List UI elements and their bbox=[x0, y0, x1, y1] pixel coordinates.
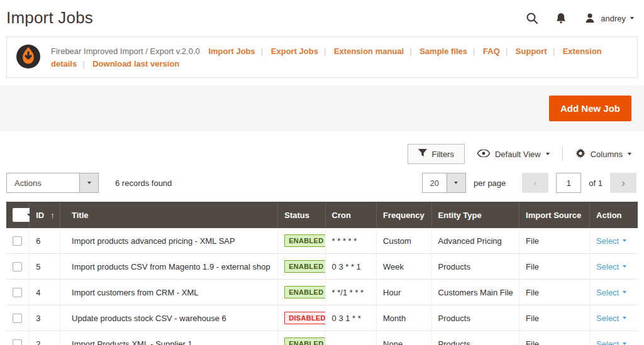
cell-frequency: Custom bbox=[377, 228, 432, 254]
cell-title: Import Products XML - Supplier 1 bbox=[60, 331, 278, 345]
row-checkbox[interactable] bbox=[13, 339, 22, 345]
cell-cron: * * * * * bbox=[325, 228, 376, 254]
view-selector[interactable]: Default View bbox=[477, 150, 550, 159]
chevron-down-icon bbox=[623, 342, 626, 345]
extension-link[interactable]: FAQ bbox=[483, 47, 500, 56]
cell-id: 6 bbox=[30, 228, 60, 254]
chevron-down-icon bbox=[623, 265, 626, 268]
cell-title: Update products stock CSV - warehouse 6 bbox=[60, 305, 278, 331]
columns-selector[interactable]: Columns bbox=[575, 148, 631, 160]
extension-link[interactable]: Support bbox=[516, 47, 547, 56]
link-separator-icon: | bbox=[324, 47, 326, 56]
extension-link[interactable]: Export Jobs bbox=[271, 47, 318, 56]
sort-ascending-icon: ↑ bbox=[50, 211, 55, 220]
column-header-entity-type[interactable]: Entity Type bbox=[431, 202, 519, 228]
page-total-label: of 1 bbox=[589, 178, 602, 188]
filters-label: Filters bbox=[432, 150, 454, 159]
cell-frequency: None bbox=[377, 331, 432, 345]
column-header-status[interactable]: Status bbox=[278, 202, 325, 228]
grid-body: 6 Import products advanced pricing - XML… bbox=[6, 228, 638, 345]
cell-id: 2 bbox=[30, 331, 60, 345]
extension-links: Firebear Improved Import / Export v.2.0.… bbox=[51, 44, 628, 70]
import-jobs-grid: ID↑ Title Status Cron Frequency Entity T… bbox=[6, 202, 638, 345]
column-header-id[interactable]: ID↑ bbox=[30, 202, 60, 228]
column-header-title[interactable]: Title bbox=[60, 202, 278, 228]
cell-cron: 0 3 * * 1 bbox=[325, 254, 376, 280]
row-checkbox[interactable] bbox=[13, 288, 22, 297]
cell-frequency: Week bbox=[377, 254, 432, 280]
cell-id: 4 bbox=[30, 280, 60, 305]
page-number-input[interactable] bbox=[556, 173, 581, 193]
cell-id: 5 bbox=[30, 254, 60, 280]
toolbar-divider bbox=[562, 147, 563, 161]
row-select-action[interactable]: Select bbox=[596, 314, 626, 323]
per-page-label: per page bbox=[474, 178, 506, 188]
cell-cron: * */1 * * * bbox=[325, 280, 376, 305]
cell-frequency: Hour bbox=[377, 280, 432, 305]
cell-import-source: File bbox=[519, 280, 590, 305]
add-new-job-button[interactable]: Add New Job bbox=[549, 96, 631, 121]
chevron-down-icon bbox=[546, 153, 550, 155]
extension-info-bar: Firebear Improved Import / Export v.2.0.… bbox=[6, 36, 638, 78]
page-header: Import Jobs andrey bbox=[0, 0, 644, 35]
search-icon[interactable] bbox=[526, 12, 538, 25]
cell-entity-type: Advanced Pricing bbox=[431, 228, 519, 254]
link-separator-icon: | bbox=[82, 59, 84, 68]
table-row: 5 Import products CSV from Magento 1.9 -… bbox=[6, 254, 638, 280]
status-badge: ENABLED bbox=[284, 286, 325, 298]
row-select-action[interactable]: Select bbox=[596, 236, 626, 246]
cell-cron bbox=[325, 331, 376, 345]
row-checkbox[interactable] bbox=[13, 314, 22, 323]
row-select-action[interactable]: Select bbox=[596, 339, 626, 345]
notifications-bell-icon[interactable] bbox=[555, 12, 567, 25]
row-checkbox[interactable] bbox=[13, 262, 22, 271]
chevron-right-icon: › bbox=[621, 177, 625, 190]
column-header-frequency[interactable]: Frequency bbox=[377, 202, 432, 228]
page-title: Import Jobs bbox=[6, 8, 93, 28]
extension-link[interactable]: Sample files bbox=[419, 47, 467, 56]
records-found-text: 6 records found bbox=[115, 178, 172, 188]
row-checkbox[interactable] bbox=[13, 236, 22, 246]
next-page-button[interactable]: › bbox=[610, 173, 636, 193]
table-row: 2 Import Products XML - Supplier 1 ENABL… bbox=[6, 331, 638, 345]
extension-version-label: Firebear Improved Import / Export v.2.0.… bbox=[51, 47, 200, 56]
chevron-left-icon: ‹ bbox=[533, 177, 537, 190]
status-badge: ENABLED bbox=[284, 337, 325, 345]
cell-entity-type: Products bbox=[431, 254, 519, 280]
extension-link[interactable]: Import Jobs bbox=[208, 47, 255, 56]
link-separator-icon: | bbox=[506, 47, 508, 56]
chevron-down-icon bbox=[447, 173, 465, 192]
eye-icon bbox=[477, 150, 490, 159]
extension-link[interactable]: Extension manual bbox=[334, 47, 404, 56]
user-avatar-icon bbox=[584, 12, 596, 25]
table-row: 4 Import customers from CRM - XML ENABLE… bbox=[6, 280, 638, 305]
status-badge: ENABLED bbox=[284, 260, 325, 273]
table-row: 6 Import products advanced pricing - XML… bbox=[6, 228, 638, 254]
cell-frequency: Month bbox=[377, 305, 432, 331]
grid-controls-row: Actions 6 records found 20 per page ‹ of… bbox=[0, 164, 644, 200]
previous-page-button[interactable]: ‹ bbox=[522, 173, 548, 193]
actions-dropdown[interactable]: Actions bbox=[6, 173, 99, 193]
cell-cron: 0 3 1 * * bbox=[325, 305, 376, 331]
row-select-action[interactable]: Select bbox=[596, 288, 626, 297]
columns-label: Columns bbox=[591, 150, 623, 159]
status-badge: DISABLED bbox=[284, 312, 325, 324]
link-separator-icon: | bbox=[553, 47, 555, 56]
column-header-cron[interactable]: Cron bbox=[325, 202, 376, 228]
chevron-down-icon bbox=[628, 153, 631, 155]
filters-button[interactable]: Filters bbox=[408, 144, 465, 164]
column-header-import-source[interactable]: Import Source bbox=[519, 202, 590, 228]
cell-import-source: File bbox=[519, 331, 590, 345]
cell-entity-type: Products bbox=[431, 305, 519, 331]
cell-title: Import products CSV from Magento 1.9 - e… bbox=[60, 254, 278, 280]
user-menu[interactable]: andrey bbox=[584, 12, 634, 25]
grid-toolbar: Filters Default View Columns bbox=[0, 131, 644, 164]
chevron-down-icon bbox=[79, 173, 98, 192]
extension-link[interactable]: Download last version bbox=[92, 59, 179, 68]
user-name: andrey bbox=[601, 14, 626, 23]
column-header-action[interactable]: Action bbox=[590, 202, 638, 228]
actions-dropdown-value: Actions bbox=[7, 173, 79, 192]
row-select-action[interactable]: Select bbox=[596, 262, 626, 271]
link-separator-icon: | bbox=[473, 47, 475, 56]
per-page-dropdown[interactable]: 20 bbox=[422, 173, 466, 193]
